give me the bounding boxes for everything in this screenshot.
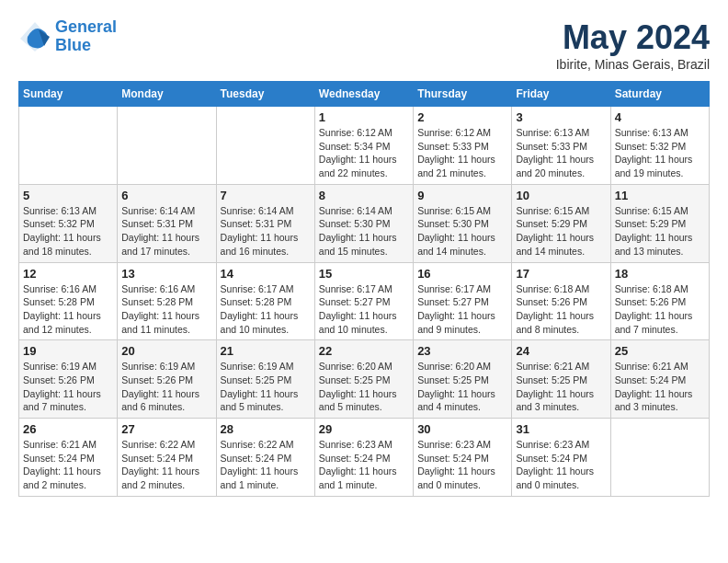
day-number: 9 [417, 189, 507, 202]
calendar-cell: 30Sunrise: 6:23 AMSunset: 5:24 PMDayligh… [414, 419, 512, 497]
logo: General Blue [18, 18, 117, 55]
calendar-week-2: 5Sunrise: 6:13 AMSunset: 5:32 PMDaylight… [19, 184, 710, 262]
calendar-cell: 24Sunrise: 6:21 AMSunset: 5:25 PMDayligh… [512, 340, 610, 419]
calendar-week-5: 26Sunrise: 6:21 AMSunset: 5:24 PMDayligh… [19, 419, 710, 497]
logo-icon [18, 20, 51, 53]
day-number: 5 [23, 189, 113, 202]
calendar-cell [118, 107, 216, 185]
month-title: May 2024 [556, 18, 710, 57]
calendar-cell: 7Sunrise: 6:14 AMSunset: 5:31 PMDaylight… [216, 184, 314, 262]
day-info: Sunrise: 6:13 AMSunset: 5:33 PMDaylight:… [516, 126, 606, 180]
calendar-header-row: SundayMondayTuesdayWednesdayThursdayFrid… [19, 82, 710, 107]
day-info: Sunrise: 6:14 AMSunset: 5:31 PMDaylight:… [221, 204, 311, 259]
day-header-wednesday: Wednesday [314, 82, 413, 107]
calendar-cell: 14Sunrise: 6:17 AMSunset: 5:28 PMDayligh… [216, 262, 314, 340]
calendar-cell: 29Sunrise: 6:23 AMSunset: 5:24 PMDayligh… [314, 419, 413, 497]
day-info: Sunrise: 6:16 AMSunset: 5:28 PMDaylight:… [121, 282, 211, 337]
day-number: 2 [417, 110, 507, 124]
logo-text: General Blue [55, 18, 117, 55]
day-info: Sunrise: 6:14 AMSunset: 5:30 PMDaylight:… [319, 204, 409, 259]
calendar-cell: 21Sunrise: 6:19 AMSunset: 5:25 PMDayligh… [216, 340, 314, 419]
day-number: 18 [615, 267, 705, 281]
day-info: Sunrise: 6:21 AMSunset: 5:24 PMDaylight:… [23, 438, 113, 492]
day-info: Sunrise: 6:20 AMSunset: 5:25 PMDaylight:… [319, 360, 409, 414]
calendar-week-4: 19Sunrise: 6:19 AMSunset: 5:26 PMDayligh… [19, 340, 710, 419]
day-info: Sunrise: 6:23 AMSunset: 5:24 PMDaylight:… [319, 438, 409, 492]
calendar-week-3: 12Sunrise: 6:16 AMSunset: 5:28 PMDayligh… [19, 262, 710, 340]
day-info: Sunrise: 6:18 AMSunset: 5:26 PMDaylight:… [615, 282, 705, 337]
day-number: 31 [516, 422, 606, 436]
calendar-cell: 11Sunrise: 6:15 AMSunset: 5:29 PMDayligh… [610, 184, 709, 262]
calendar-cell: 18Sunrise: 6:18 AMSunset: 5:26 PMDayligh… [610, 262, 709, 340]
day-number: 29 [319, 422, 409, 436]
day-info: Sunrise: 6:13 AMSunset: 5:32 PMDaylight:… [615, 126, 705, 180]
page-header: General Blue May 2024 Ibirite, Minas Ger… [18, 18, 710, 72]
day-number: 3 [516, 110, 606, 124]
calendar-cell: 4Sunrise: 6:13 AMSunset: 5:32 PMDaylight… [610, 107, 709, 185]
calendar-cell [610, 419, 709, 497]
day-info: Sunrise: 6:12 AMSunset: 5:33 PMDaylight:… [417, 126, 507, 180]
calendar-cell: 17Sunrise: 6:18 AMSunset: 5:26 PMDayligh… [512, 262, 610, 340]
day-number: 14 [221, 267, 311, 281]
calendar-cell [19, 107, 118, 185]
calendar-cell: 8Sunrise: 6:14 AMSunset: 5:30 PMDaylight… [314, 184, 413, 262]
day-number: 11 [615, 189, 705, 202]
calendar-cell: 22Sunrise: 6:20 AMSunset: 5:25 PMDayligh… [314, 340, 413, 419]
day-number: 23 [417, 344, 507, 358]
calendar-cell: 6Sunrise: 6:14 AMSunset: 5:31 PMDaylight… [118, 184, 216, 262]
day-number: 17 [516, 267, 606, 281]
calendar-cell: 12Sunrise: 6:16 AMSunset: 5:28 PMDayligh… [19, 262, 118, 340]
calendar: SundayMondayTuesdayWednesdayThursdayFrid… [18, 81, 710, 497]
day-info: Sunrise: 6:23 AMSunset: 5:24 PMDaylight:… [417, 438, 507, 492]
calendar-cell: 19Sunrise: 6:19 AMSunset: 5:26 PMDayligh… [19, 340, 118, 419]
day-number: 20 [121, 344, 211, 358]
day-info: Sunrise: 6:17 AMSunset: 5:27 PMDaylight:… [417, 282, 507, 337]
day-info: Sunrise: 6:16 AMSunset: 5:28 PMDaylight:… [23, 282, 113, 337]
day-info: Sunrise: 6:15 AMSunset: 5:30 PMDaylight:… [417, 204, 507, 259]
day-number: 4 [615, 110, 705, 124]
calendar-cell: 10Sunrise: 6:15 AMSunset: 5:29 PMDayligh… [512, 184, 610, 262]
day-number: 30 [417, 422, 507, 436]
day-number: 1 [319, 110, 409, 124]
calendar-cell: 9Sunrise: 6:15 AMSunset: 5:30 PMDaylight… [414, 184, 512, 262]
day-number: 21 [221, 344, 311, 358]
day-info: Sunrise: 6:14 AMSunset: 5:31 PMDaylight:… [121, 204, 211, 259]
calendar-cell: 23Sunrise: 6:20 AMSunset: 5:25 PMDayligh… [414, 340, 512, 419]
day-info: Sunrise: 6:15 AMSunset: 5:29 PMDaylight:… [516, 204, 606, 259]
day-header-saturday: Saturday [610, 82, 709, 107]
calendar-cell: 20Sunrise: 6:19 AMSunset: 5:26 PMDayligh… [118, 340, 216, 419]
day-info: Sunrise: 6:18 AMSunset: 5:26 PMDaylight:… [516, 282, 606, 337]
day-number: 24 [516, 344, 606, 358]
calendar-cell: 1Sunrise: 6:12 AMSunset: 5:34 PMDaylight… [314, 107, 413, 185]
day-number: 28 [221, 422, 311, 436]
day-info: Sunrise: 6:19 AMSunset: 5:26 PMDaylight:… [23, 360, 113, 414]
calendar-cell: 5Sunrise: 6:13 AMSunset: 5:32 PMDaylight… [19, 184, 118, 262]
day-header-friday: Friday [512, 82, 610, 107]
calendar-cell: 28Sunrise: 6:22 AMSunset: 5:24 PMDayligh… [216, 419, 314, 497]
day-number: 13 [121, 267, 211, 281]
day-info: Sunrise: 6:12 AMSunset: 5:34 PMDaylight:… [319, 126, 409, 180]
day-number: 16 [417, 267, 507, 281]
day-info: Sunrise: 6:20 AMSunset: 5:25 PMDaylight:… [417, 360, 507, 414]
day-number: 8 [319, 189, 409, 202]
day-info: Sunrise: 6:13 AMSunset: 5:32 PMDaylight:… [23, 204, 113, 259]
day-number: 15 [319, 267, 409, 281]
calendar-cell: 25Sunrise: 6:21 AMSunset: 5:24 PMDayligh… [610, 340, 709, 419]
day-info: Sunrise: 6:19 AMSunset: 5:25 PMDaylight:… [221, 360, 311, 414]
day-header-sunday: Sunday [19, 82, 118, 107]
day-header-monday: Monday [118, 82, 216, 107]
day-info: Sunrise: 6:15 AMSunset: 5:29 PMDaylight:… [615, 204, 705, 259]
calendar-cell: 15Sunrise: 6:17 AMSunset: 5:27 PMDayligh… [314, 262, 413, 340]
day-number: 25 [615, 344, 705, 358]
day-number: 22 [319, 344, 409, 358]
day-info: Sunrise: 6:23 AMSunset: 5:24 PMDaylight:… [516, 438, 606, 492]
day-number: 6 [121, 189, 211, 202]
calendar-week-1: 1Sunrise: 6:12 AMSunset: 5:34 PMDaylight… [19, 107, 710, 185]
calendar-cell: 16Sunrise: 6:17 AMSunset: 5:27 PMDayligh… [414, 262, 512, 340]
day-number: 27 [121, 422, 211, 436]
day-info: Sunrise: 6:19 AMSunset: 5:26 PMDaylight:… [121, 360, 211, 414]
day-number: 19 [23, 344, 113, 358]
calendar-cell: 26Sunrise: 6:21 AMSunset: 5:24 PMDayligh… [19, 419, 118, 497]
day-info: Sunrise: 6:17 AMSunset: 5:28 PMDaylight:… [221, 282, 311, 337]
location: Ibirite, Minas Gerais, Brazil [556, 57, 710, 72]
